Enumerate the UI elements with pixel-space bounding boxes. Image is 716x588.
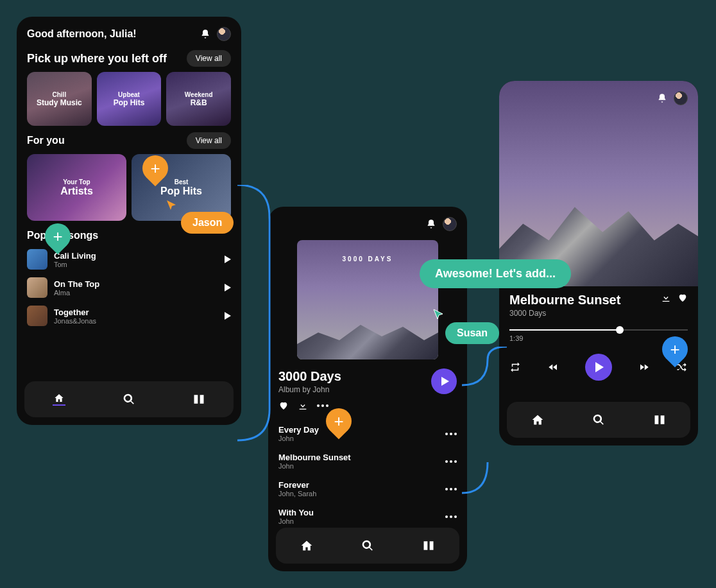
bottom-nav xyxy=(507,402,690,438)
song-thumb xyxy=(27,249,47,270)
pickup-title: Pick up where you left off xyxy=(27,52,167,65)
bottom-nav xyxy=(24,381,234,417)
avatar[interactable] xyxy=(443,217,457,231)
avatar[interactable] xyxy=(674,91,688,105)
playlist-card-weekend[interactable]: WeekendR&B xyxy=(166,72,231,126)
greeting-text: Good afternoon, Julia! xyxy=(27,28,137,40)
bottom-nav xyxy=(276,528,459,564)
download-icon[interactable] xyxy=(661,293,671,303)
track-item[interactable]: With YouJohn xyxy=(278,503,457,530)
bell-icon[interactable] xyxy=(657,93,667,103)
heart-icon[interactable] xyxy=(278,401,289,411)
album-subtitle: Album by John xyxy=(278,385,341,394)
playlist-card-upbeat[interactable]: UpbeatPop Hits xyxy=(97,72,162,126)
home-icon[interactable] xyxy=(53,393,65,406)
search-icon[interactable] xyxy=(592,413,605,426)
more-icon[interactable] xyxy=(317,404,328,407)
search-icon[interactable] xyxy=(123,393,135,406)
avatar[interactable] xyxy=(217,27,231,41)
song-thumb xyxy=(27,277,47,298)
elapsed-time: 1:39 xyxy=(509,334,688,342)
bell-icon[interactable] xyxy=(426,219,436,229)
track-item[interactable]: Melbourne SunsetJohn xyxy=(278,447,457,475)
bell-icon[interactable] xyxy=(200,29,210,39)
viewall-button-foryou[interactable]: View all xyxy=(187,132,231,149)
cursor-icon xyxy=(166,199,178,212)
song-item[interactable]: TogetherJonas&Jonas xyxy=(27,302,231,330)
library-icon[interactable] xyxy=(422,539,435,552)
more-icon[interactable] xyxy=(445,433,457,435)
library-icon[interactable] xyxy=(192,393,205,406)
search-icon[interactable] xyxy=(361,539,374,552)
home-icon[interactable] xyxy=(531,413,544,426)
play-icon[interactable] xyxy=(225,312,231,320)
now-playing-title: Melbourne Sunset xyxy=(509,293,620,307)
home-icon[interactable] xyxy=(300,539,313,552)
foryou-title: For you xyxy=(27,135,65,146)
previous-icon[interactable] xyxy=(547,361,559,373)
album-title: 3000 Days xyxy=(278,369,341,384)
repeat-icon[interactable] xyxy=(509,361,521,373)
cursor-icon xyxy=(432,308,445,321)
more-icon[interactable] xyxy=(445,488,457,490)
track-item[interactable]: Every DayJohn xyxy=(278,420,457,447)
cursor-label-susan: Susan xyxy=(445,322,499,344)
progress-bar[interactable] xyxy=(509,329,688,331)
download-icon[interactable] xyxy=(298,401,308,411)
track-item[interactable]: ForeverJohn, Sarah xyxy=(278,475,457,503)
home-header: Good afternoon, Julia! xyxy=(27,27,231,41)
play-icon[interactable] xyxy=(225,255,231,263)
play-icon[interactable] xyxy=(225,284,231,291)
song-item[interactable]: On The TopAlma xyxy=(27,273,231,302)
cursor-label-jason: Jason xyxy=(181,212,234,234)
now-playing-subtitle: 3000 Days xyxy=(509,309,620,318)
more-icon[interactable] xyxy=(445,515,457,518)
comment-bubble: Awesome! Let's add... xyxy=(420,259,571,288)
foryou-card-artists[interactable]: Your TopArtists xyxy=(27,154,126,221)
play-album-button[interactable] xyxy=(431,368,457,394)
play-button[interactable] xyxy=(585,354,612,381)
next-icon[interactable] xyxy=(638,361,650,373)
library-icon[interactable] xyxy=(653,413,666,426)
viewall-button[interactable]: View all xyxy=(187,50,231,67)
album-cover[interactable]: 3000 DAYS xyxy=(297,240,438,359)
heart-icon[interactable] xyxy=(678,293,688,303)
playlist-card-chill[interactable]: ChillStudy Music xyxy=(27,72,92,126)
more-icon[interactable] xyxy=(445,460,457,463)
song-thumb xyxy=(27,306,47,326)
now-playing-cover xyxy=(499,81,698,286)
